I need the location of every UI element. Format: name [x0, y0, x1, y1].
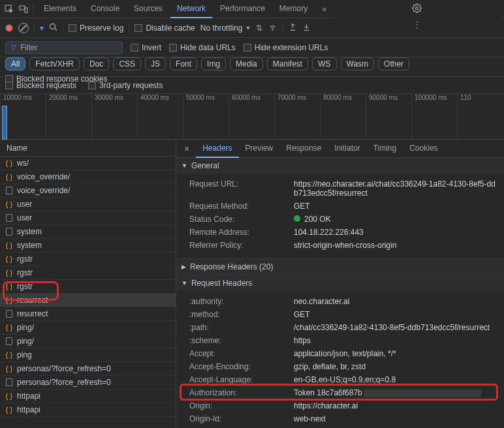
device-toolbar-icon[interactable] [18, 4, 29, 14]
request-row[interactable]: { }personas/?force_refresh=0 [0, 362, 176, 376]
detail-tabs: × HeadersPreviewResponseInitiatorTimingC… [176, 140, 504, 158]
filter-toggle-icon[interactable]: ▾ [40, 23, 44, 33]
invert-toggle[interactable]: Invert [131, 43, 161, 52]
detail-tab-preview[interactable]: Preview [239, 140, 280, 158]
search-icon[interactable] [49, 23, 57, 33]
tab-console[interactable]: Console [84, 0, 126, 18]
type-pill-manifest[interactable]: Manifest [267, 57, 308, 70]
request-row[interactable]: resurrect [0, 307, 176, 321]
more-tabs-icon[interactable]: » [318, 5, 330, 14]
header-value[interactable]: https [294, 336, 497, 345]
disable-cache-toggle[interactable]: Disable cache [134, 23, 195, 33]
request-row[interactable]: { }rgstr [0, 252, 176, 266]
doc-icon [5, 214, 13, 222]
request-row[interactable]: personas/?force_refresh=0 [0, 376, 176, 390]
xhr-icon: { } [5, 365, 13, 373]
header-value[interactable]: GET [294, 202, 497, 211]
gear-icon[interactable] [412, 3, 422, 13]
type-pill-media[interactable]: Media [230, 57, 263, 70]
preserve-log-toggle[interactable]: Preserve log [69, 23, 123, 33]
type-pill-font[interactable]: Font [170, 57, 197, 70]
filter-input[interactable]: ▽ Filter [5, 41, 123, 54]
header-value[interactable]: https://neo.character.ai/chat/cc336249-1… [294, 179, 497, 198]
response-headers-section-header[interactable]: ▶Response Headers (20) [176, 259, 504, 275]
request-row[interactable]: voice_override/ [0, 184, 176, 198]
header-value[interactable]: https://character.ai [294, 401, 497, 410]
request-row[interactable]: { }rgstr [0, 280, 176, 294]
request-row[interactable]: user [0, 211, 176, 225]
timeline-cursor[interactable] [2, 106, 7, 140]
timeline[interactable]: 10000 ms20000 ms30000 ms40000 ms50000 ms… [0, 94, 504, 140]
checkbox[interactable] [134, 24, 142, 32]
request-row[interactable]: { }voice_override/ [0, 170, 176, 184]
blocked-requests-toggle[interactable]: Blocked requests [5, 81, 76, 90]
doc-icon [5, 228, 13, 236]
tab-network[interactable]: Network [170, 0, 212, 18]
request-row[interactable]: { }ping/ [0, 321, 176, 335]
third-party-toggle[interactable]: 3rd-party requests [88, 81, 163, 90]
response-headers-label: Response Headers (20) [190, 262, 273, 271]
type-pill-js[interactable]: JS [145, 57, 166, 70]
header-value[interactable]: 200 OK [294, 215, 497, 224]
request-row[interactable]: { }rgstr [0, 266, 176, 280]
type-pill-other[interactable]: Other [378, 57, 409, 70]
request-row[interactable]: { }system [0, 239, 176, 252]
close-icon[interactable]: × [179, 144, 195, 154]
header-value[interactable]: strict-origin-when-cross-origin [294, 241, 497, 250]
header-value[interactable]: en-GB,en-US;q=0.9,en;q=0.8 [294, 375, 497, 384]
request-row[interactable]: { }ws/ [0, 157, 176, 170]
general-row: Referrer Policy:strict-origin-when-cross… [189, 239, 497, 252]
type-pill-doc[interactable]: Doc [84, 57, 109, 70]
request-row[interactable]: { }resurrect [0, 294, 176, 307]
throttling-select[interactable]: No throttling▼ [200, 23, 251, 33]
detail-tab-timing[interactable]: Timing [367, 140, 403, 158]
column-header-name[interactable]: Name [0, 140, 176, 157]
type-pill-img[interactable]: Img [201, 57, 226, 70]
request-row[interactable]: { }httpapi [0, 390, 176, 403]
general-section-header[interactable]: ▼General [176, 158, 504, 174]
detail-tab-cookies[interactable]: Cookies [403, 140, 444, 158]
tab-performance[interactable]: Performance [213, 0, 272, 18]
kebab-icon[interactable]: ⋮ [412, 20, 422, 30]
xhr-icon: { } [5, 255, 13, 263]
hide-ext-urls-toggle[interactable]: Hide extension URLs [244, 43, 328, 52]
detail-tab-response[interactable]: Response [279, 140, 328, 158]
download-icon[interactable] [302, 23, 311, 33]
wifi-icon[interactable] [268, 22, 277, 33]
tab-memory[interactable]: Memory [273, 0, 314, 18]
network-conditions-icon[interactable]: ⇅ [256, 23, 262, 33]
request-headers-section-header[interactable]: ▼Request Headers [176, 275, 504, 291]
header-value[interactable]: /chat/cc336249-1a82-4130-8ef5-ddb713edcc… [294, 323, 497, 332]
record-button[interactable] [5, 24, 13, 32]
checkbox[interactable] [69, 24, 76, 32]
request-row[interactable]: { }httpapi [0, 403, 176, 417]
header-value[interactable]: neo.character.ai [294, 297, 497, 306]
request-name: user [17, 200, 32, 209]
hide-data-urls-toggle[interactable]: Hide data URLs [169, 43, 236, 52]
request-row[interactable]: { }ping [0, 348, 176, 362]
type-pill-css[interactable]: CSS [113, 57, 141, 70]
header-value[interactable]: web-next [294, 414, 497, 423]
header-value[interactable]: gzip, deflate, br, zstd [294, 362, 497, 371]
devtools-topbar: ElementsConsoleSourcesNetworkPerformance… [0, 0, 504, 18]
type-pill-fetchxhr[interactable]: Fetch/XHR [29, 57, 80, 70]
type-pill-all[interactable]: All [5, 57, 25, 70]
request-header-row: :method:GET [189, 308, 497, 321]
header-value[interactable]: application/json, text/plain, */* [294, 349, 497, 358]
inspect-icon[interactable] [4, 4, 14, 14]
detail-tab-initiator[interactable]: Initiator [328, 140, 366, 158]
type-pill-wasm[interactable]: Wasm [341, 57, 375, 70]
request-row[interactable]: { }user [0, 198, 176, 211]
upload-icon[interactable] [289, 23, 297, 33]
tab-sources[interactable]: Sources [127, 0, 169, 18]
header-value[interactable]: Token 18c7a6f687b [294, 388, 497, 397]
type-pill-ws[interactable]: WS [312, 57, 336, 70]
header-value[interactable]: 104.18.222.226:443 [294, 228, 497, 237]
header-value[interactable]: GET [294, 310, 497, 319]
request-header-row: Accept-Language:en-GB,en-US;q=0.9,en;q=0… [189, 373, 497, 386]
clear-button[interactable] [18, 23, 29, 33]
request-row[interactable]: ping/ [0, 335, 176, 348]
tab-elements[interactable]: Elements [37, 0, 83, 18]
detail-tab-headers[interactable]: Headers [196, 140, 238, 158]
request-row[interactable]: system [0, 225, 176, 239]
